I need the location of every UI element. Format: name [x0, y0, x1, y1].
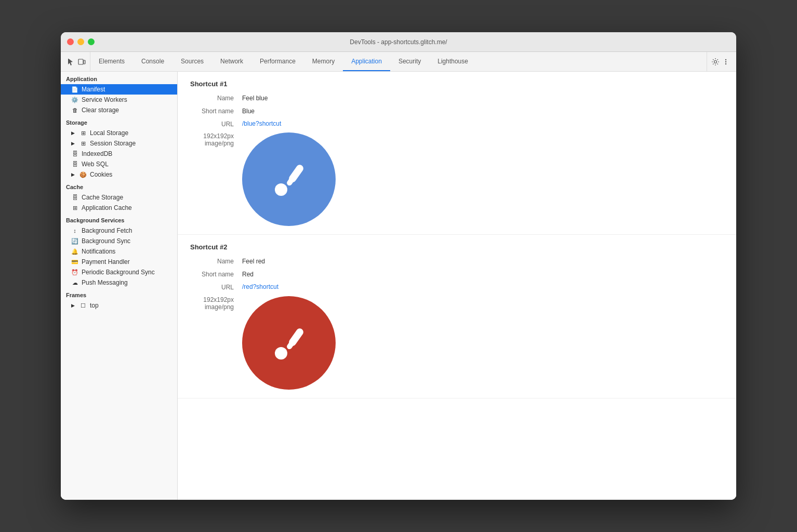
tab-console[interactable]: Console	[133, 52, 172, 71]
sidebar-item-session-storage[interactable]: ▶ ⊞ Session Storage	[61, 138, 177, 149]
toolbar-left	[63, 52, 90, 71]
shortcut-1-shortname-label: Short name	[190, 107, 242, 116]
application-cache-icon: ⊞	[71, 205, 78, 211]
shortcut-1-image-section: 192x192px image/png	[190, 132, 724, 226]
sidebar-item-push-messaging-label: Push Messaging	[82, 279, 128, 286]
payment-handler-icon: 💳	[71, 259, 78, 265]
svg-point-4	[725, 61, 726, 62]
sidebar-item-periodic-background-sync[interactable]: ⏰ Periodic Background Sync	[61, 267, 177, 277]
tab-sources[interactable]: Sources	[172, 52, 212, 71]
sidebar-item-local-storage[interactable]: ▶ ⊞ Local Storage	[61, 128, 177, 138]
sidebar-item-background-fetch[interactable]: ↕ Background Fetch	[61, 225, 177, 236]
toolbar-tabs: Elements Console Sources Network Perform…	[90, 52, 707, 71]
main: Application 📄 Manifest ⚙️ Service Worker…	[61, 72, 736, 500]
push-messaging-icon: ☁	[71, 280, 78, 286]
paint-brush-icon-blue	[265, 156, 312, 203]
shortcut-1-url-label: URL	[190, 120, 242, 129]
shortcut-2-name-row: Name Feel red	[190, 257, 724, 266]
svg-rect-0	[78, 59, 83, 64]
settings-icon[interactable]	[711, 58, 720, 66]
sidebar-item-periodic-background-sync-label: Periodic Background Sync	[82, 269, 155, 276]
shortcut-2-image-type: image/png	[190, 303, 234, 311]
sidebar-item-clear-storage[interactable]: 🗑 Clear storage	[61, 105, 177, 115]
shortcut-1-name-label: Name	[190, 94, 242, 103]
shortcut-1-image-container	[242, 132, 336, 226]
sidebar-item-notifications[interactable]: 🔔 Notifications	[61, 246, 177, 257]
shortcut-2-name-label: Name	[190, 257, 242, 266]
tab-security[interactable]: Security	[390, 52, 429, 71]
clear-storage-icon: 🗑	[71, 107, 78, 113]
maximize-button[interactable]	[88, 38, 95, 45]
svg-point-5	[725, 63, 726, 64]
expand-arrow-icon: ▶	[71, 172, 76, 177]
sidebar-item-background-sync-label: Background Sync	[82, 237, 130, 245]
more-icon[interactable]	[722, 58, 730, 66]
sidebar-item-payment-handler[interactable]: 💳 Payment Handler	[61, 257, 177, 267]
sidebar-item-push-messaging[interactable]: ☁ Push Messaging	[61, 277, 177, 288]
expand-arrow-icon: ▶	[71, 141, 76, 146]
shortcut-1-url-link[interactable]: /blue?shortcut	[242, 120, 281, 127]
sidebar-section-storage: Storage	[61, 115, 177, 128]
shortcut-2-url-link[interactable]: /red?shortcut	[242, 283, 278, 290]
tab-performance[interactable]: Performance	[251, 52, 304, 71]
sidebar-item-manifest[interactable]: 📄 Manifest	[61, 84, 177, 95]
manifest-icon: 📄	[71, 86, 78, 93]
sidebar-item-session-storage-label: Session Storage	[90, 140, 136, 147]
toolbar-right	[707, 52, 734, 71]
tab-lighthouse[interactable]: Lighthouse	[429, 52, 476, 71]
sidebar-item-top-label: top	[90, 302, 99, 309]
content: Shortcut #1 Name Feel blue Short name Bl…	[178, 72, 736, 500]
sidebar-item-notifications-label: Notifications	[82, 248, 115, 255]
tab-memory[interactable]: Memory	[304, 52, 343, 71]
window-title: DevTools - app-shortcuts.glitch.me/	[350, 38, 447, 46]
session-storage-icon: ⊞	[79, 140, 87, 147]
sidebar-item-payment-handler-label: Payment Handler	[82, 258, 130, 265]
sidebar-item-manifest-label: Manifest	[82, 86, 105, 93]
shortcut-1-title: Shortcut #1	[190, 80, 724, 88]
expand-arrow-icon: ▶	[71, 303, 76, 308]
shortcut-1-shortname-row: Short name Blue	[190, 107, 724, 116]
device-icon[interactable]	[77, 58, 86, 66]
local-storage-icon: ⊞	[79, 130, 87, 137]
svg-rect-1	[84, 60, 85, 64]
shortcut-2-title: Shortcut #2	[190, 243, 724, 251]
sidebar-item-background-sync[interactable]: 🔄 Background Sync	[61, 236, 177, 246]
minimize-button[interactable]	[77, 38, 84, 45]
sidebar-item-application-cache[interactable]: ⊞ Application Cache	[61, 203, 177, 213]
shortcut-2-url-row: URL /red?shortcut	[190, 283, 724, 292]
tab-network[interactable]: Network	[212, 52, 251, 71]
titlebar: DevTools - app-shortcuts.glitch.me/	[61, 32, 736, 52]
cookies-icon: 🍪	[79, 171, 87, 178]
service-workers-icon: ⚙️	[71, 97, 78, 103]
shortcut-2-shortname-label: Short name	[190, 270, 242, 279]
svg-point-3	[725, 59, 726, 60]
cursor-icon[interactable]	[67, 58, 75, 66]
shortcut-1-url-row: URL /blue?shortcut	[190, 120, 724, 129]
shortcut-1-image-size: 192x192px	[190, 132, 234, 140]
expand-arrow-icon: ▶	[71, 130, 76, 136]
svg-point-10	[275, 347, 287, 360]
shortcut-2-image-container	[242, 296, 336, 390]
sidebar-item-background-fetch-label: Background Fetch	[82, 227, 132, 234]
background-fetch-icon: ↕	[71, 228, 78, 234]
shortcut-1-image-meta: 192x192px image/png	[190, 132, 242, 147]
shortcut-1-image-type: image/png	[190, 140, 234, 147]
sidebar-item-web-sql[interactable]: 🗄 Web SQL	[61, 159, 177, 169]
shortcut-1-name-row: Name Feel blue	[190, 94, 724, 103]
sidebar-item-service-workers[interactable]: ⚙️ Service Workers	[61, 95, 177, 105]
sidebar-item-top[interactable]: ▶ ☐ top	[61, 300, 177, 311]
shortcut-2-image-meta: 192x192px image/png	[190, 296, 242, 311]
svg-point-7	[275, 183, 287, 196]
sidebar-item-indexeddb[interactable]: 🗄 IndexedDB	[61, 149, 177, 159]
tab-elements[interactable]: Elements	[90, 52, 133, 71]
shortcut-2-section: Shortcut #2 Name Feel red Short name Red…	[178, 235, 736, 398]
shortcut-1-image-blue-circle	[242, 132, 336, 226]
tab-application[interactable]: Application	[343, 52, 390, 71]
close-button[interactable]	[67, 38, 74, 45]
sidebar: Application 📄 Manifest ⚙️ Service Worker…	[61, 72, 178, 500]
sidebar-item-cookies[interactable]: ▶ 🍪 Cookies	[61, 169, 177, 180]
shortcut-1-section: Shortcut #1 Name Feel blue Short name Bl…	[178, 72, 736, 235]
sidebar-item-clear-storage-label: Clear storage	[82, 107, 119, 114]
sidebar-item-cache-storage[interactable]: 🗄 Cache Storage	[61, 192, 177, 203]
svg-point-2	[714, 60, 717, 63]
